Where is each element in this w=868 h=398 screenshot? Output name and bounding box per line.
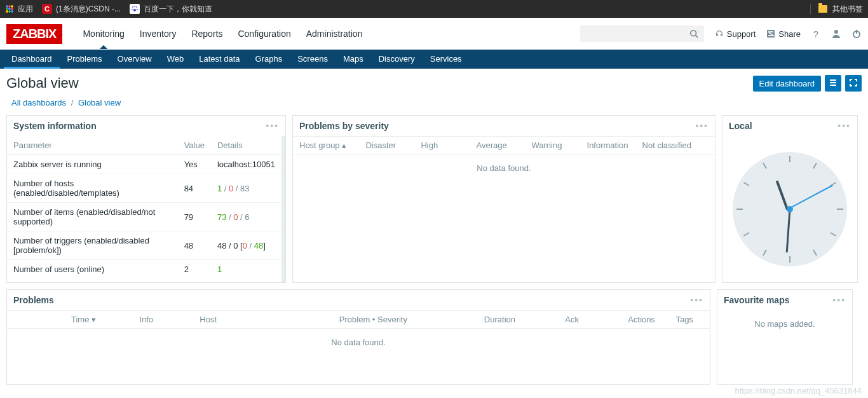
cell-details: 73 / 0 / 6: [211, 203, 281, 231]
baidu-bookmark[interactable]: 百度一下，你就知道: [130, 4, 212, 15]
help-link[interactable]: ?: [811, 29, 821, 39]
other-bookmarks[interactable]: 其他书签: [810, 4, 863, 15]
apps-icon: [5, 4, 14, 13]
widget-title: Local: [729, 121, 752, 131]
subnav-latest-data[interactable]: Latest data: [191, 50, 247, 69]
search-icon: [689, 29, 699, 39]
subnav-graphs[interactable]: Graphs: [248, 50, 290, 69]
csdn-bookmark[interactable]: C(1条消息)CSDN -...: [42, 4, 121, 15]
col-host[interactable]: Host: [153, 315, 217, 324]
cell-param: Number of users (online): [7, 260, 178, 279]
svg-point-2: [834, 30, 838, 34]
subnav-discovery[interactable]: Discovery: [371, 50, 423, 69]
table-row: Number of users (online) 2 1: [7, 260, 281, 279]
col-information[interactable]: Information: [587, 141, 642, 150]
col-info[interactable]: Info: [96, 315, 153, 324]
nav-inventory[interactable]: Inventory: [132, 20, 184, 48]
widget-menu-icon[interactable]: •••: [690, 295, 703, 305]
headset-icon: [714, 29, 724, 39]
breadcrumb-all-dashboards[interactable]: All dashboards: [11, 98, 66, 107]
widget-menu-icon[interactable]: •••: [837, 121, 851, 131]
col-hostgroup[interactable]: Host group ▴: [299, 141, 365, 150]
sub-nav: Dashboard Problems Overview Web Latest d…: [0, 50, 868, 69]
user-icon[interactable]: [831, 29, 841, 39]
cell-value: 84: [178, 174, 211, 203]
nav-configuration[interactable]: Configuration: [230, 20, 298, 48]
search-input[interactable]: [580, 25, 704, 42]
share-link[interactable]: Share: [766, 29, 801, 39]
cell-details: localhost:10051: [211, 155, 281, 174]
power-icon[interactable]: [851, 29, 862, 39]
col-value[interactable]: Value: [178, 136, 211, 155]
cell-details: 48 / 0 [0 / 48]: [211, 231, 281, 260]
col-actions[interactable]: Actions: [579, 315, 655, 324]
top-nav: Monitoring Inventory Reports Configurati…: [75, 20, 370, 48]
col-time[interactable]: Time ▾: [13, 315, 96, 324]
svg-point-0: [691, 31, 696, 36]
subnav-screens[interactable]: Screens: [290, 50, 336, 69]
minute-hand: [786, 209, 791, 252]
table-row: Zabbix server is running Yes localhost:1…: [7, 155, 281, 174]
empty-text: No maps added.: [717, 310, 852, 338]
subnav-problems[interactable]: Problems: [60, 50, 110, 69]
col-details[interactable]: Details: [211, 136, 281, 155]
subnav-maps[interactable]: Maps: [336, 50, 371, 69]
folder-icon: [818, 5, 827, 13]
subnav-overview[interactable]: Overview: [110, 50, 159, 69]
col-high[interactable]: High: [421, 141, 476, 150]
empty-text: No data found.: [7, 329, 710, 356]
second-hand: [789, 185, 833, 209]
fullscreen-button[interactable]: [845, 75, 862, 92]
cell-details: 1 / 0 / 83: [211, 174, 281, 203]
edit-dashboard-button[interactable]: Edit dashboard: [753, 76, 821, 92]
col-duration[interactable]: Duration: [407, 315, 515, 324]
subnav-services[interactable]: Services: [423, 50, 470, 69]
table-row: Number of hosts (enabled/disabled/templa…: [7, 174, 281, 203]
col-parameter[interactable]: Parameter: [7, 136, 178, 155]
zabbix-share-icon: [766, 29, 776, 39]
clock-face: [733, 152, 847, 266]
breadcrumb-separator: /: [71, 98, 74, 107]
nav-monitoring[interactable]: Monitoring: [75, 20, 132, 48]
logo[interactable]: ZABBIX: [6, 24, 62, 44]
baidu-icon: [130, 4, 140, 14]
menu-icon: [829, 78, 837, 89]
widget-menu-icon[interactable]: •••: [832, 295, 846, 305]
col-notclassified[interactable]: Not classified: [642, 141, 709, 150]
csdn-icon: C: [42, 4, 52, 14]
col-problem-severity[interactable]: Problem • Severity: [217, 315, 407, 324]
widget-local-clock: Local•••: [722, 115, 858, 283]
cell-value: 2: [178, 260, 211, 279]
widget-title: Problems by severity: [299, 121, 389, 131]
widget-title: Problems: [13, 295, 54, 305]
col-disaster[interactable]: Disaster: [365, 141, 421, 150]
col-tags[interactable]: Tags: [655, 315, 693, 324]
widget-title: System information: [13, 121, 97, 131]
support-link[interactable]: Support: [714, 29, 756, 39]
breadcrumb: All dashboards / Global view: [0, 98, 868, 115]
nav-reports[interactable]: Reports: [184, 20, 230, 48]
hour-hand: [776, 181, 789, 210]
cell-value: 48: [178, 231, 211, 260]
app-header: ZABBIX Monitoring Inventory Reports Conf…: [0, 18, 868, 50]
widget-problems: Problems••• Time ▾ Info Host Problem • S…: [6, 289, 710, 385]
col-warning[interactable]: Warning: [532, 141, 587, 150]
cell-param: Zabbix server is running: [7, 155, 178, 174]
cell-details: 1: [211, 260, 281, 279]
fullscreen-icon: [849, 78, 858, 89]
col-ack[interactable]: Ack: [515, 315, 579, 324]
breadcrumb-current[interactable]: Global view: [78, 98, 121, 107]
widget-menu-icon[interactable]: •••: [266, 121, 279, 131]
table-row: Number of triggers (enabled/disabled [pr…: [7, 231, 281, 260]
subnav-web[interactable]: Web: [159, 50, 192, 69]
col-average: Average: [476, 141, 531, 150]
cell-value: Yes: [178, 155, 211, 174]
apps-bookmark[interactable]: 应用: [5, 4, 33, 15]
subnav-dashboard[interactable]: Dashboard: [4, 50, 60, 69]
table-row: Number of items (enabled/disabled/not su…: [7, 203, 281, 231]
cell-param: Number of items (enabled/disabled/not su…: [7, 203, 178, 231]
nav-administration[interactable]: Administration: [299, 20, 370, 48]
widget-menu-icon[interactable]: •••: [695, 121, 709, 131]
cell-param: Number of hosts (enabled/disabled/templa…: [7, 174, 178, 203]
menu-button[interactable]: [825, 75, 841, 92]
